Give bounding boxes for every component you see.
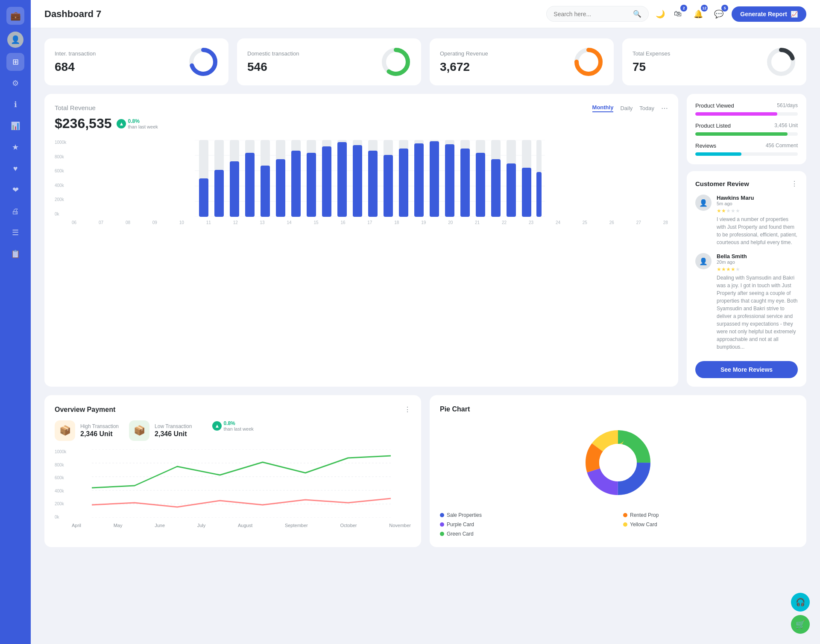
review-time-1: 20m ago [717,259,798,265]
svg-rect-19 [230,161,239,217]
pie-chart-wrapper: Sale Properties Rented Prop Purple Card [440,420,796,537]
svg-rect-33 [337,142,347,217]
metrics-card: Product Viewed 561/days Product Listed 3… [687,94,806,164]
stat-cards-row: Inter. transaction 684 Domestic transact… [44,38,806,85]
pie-title: Pie Chart [440,405,796,413]
sidebar-avatar[interactable]: 👤 [7,32,23,48]
sidebar-item-info[interactable]: ℹ [6,96,24,114]
sidebar-item-favorite[interactable]: ❤ [6,181,24,199]
more-options-icon[interactable]: ⋯ [661,104,668,112]
stat-value-0: 684 [55,60,96,74]
donut-3 [766,47,796,77]
svg-rect-35 [353,145,362,217]
sidebar-item-star[interactable]: ★ [6,138,24,156]
bell-button[interactable]: 🔔 12 [691,6,706,22]
tab-daily[interactable]: Daily [620,105,633,111]
cart-badge: 2 [680,5,687,12]
stat-value-2: 3,672 [440,60,488,74]
stat-label-0: Inter. transaction [55,50,96,57]
review-text-0: I viewed a number of properties with Jus… [717,216,798,246]
payment-change-pct: 0.8% [223,420,253,426]
see-more-reviews-button[interactable]: See More Reviews [695,361,798,378]
legend-dot-purple [440,522,444,527]
review-time-0: 5m ago [717,201,798,206]
legend-label-rented: Rented Prop [630,512,659,518]
cart-button[interactable]: 🛍 2 [670,6,685,22]
sidebar-logo[interactable]: 💼 [6,7,24,25]
high-transaction-value: 2,346 Unit [80,430,119,438]
svg-rect-23 [261,166,270,217]
payment-stats: 📦 High Transaction 2,346 Unit 📦 Low Tran… [55,420,411,441]
tab-monthly[interactable]: Monthly [592,104,614,112]
sidebar-item-dashboard[interactable]: ⊞ [6,53,24,71]
svg-rect-25 [276,159,285,217]
review-avatar-0: 👤 [695,195,712,211]
svg-rect-55 [507,163,516,217]
sidebar-item-heart[interactable]: ♥ [6,160,24,178]
cart-float-button[interactable]: 🛒 [791,615,810,634]
progress-fill-2 [695,152,741,156]
tab-today[interactable]: Today [639,105,654,111]
sidebar-item-print[interactable]: 🖨 [6,202,24,220]
bell-badge: 12 [701,5,708,12]
legend-dot-sale [440,513,444,517]
svg-rect-43 [414,143,424,217]
payment-stat-high: 📦 High Transaction 2,346 Unit [55,420,119,441]
search-box[interactable]: 🔍 [546,6,649,22]
payment-change: ▲ 0.8% than last week [212,420,253,431]
review-avatar-1: 👤 [695,253,712,269]
low-transaction-label: Low Transaction [155,423,192,429]
pie-chart-card: Pie Chart [430,395,806,547]
svg-rect-29 [307,153,316,217]
donut-2 [574,47,603,77]
payment-change-arrow: ▲ [212,421,222,431]
sidebar: 💼 👤 ⊞ ⚙ ℹ 📊 ★ ♥ ❤ 🖨 ☰ 📋 [0,0,31,644]
sidebar-item-list[interactable]: ☰ [6,224,24,242]
review-name-1: Bella Smith [717,253,798,259]
metric-val-2: 456 Comment [766,143,798,149]
chat-button[interactable]: 💬 5 [711,6,726,22]
reviews-more-icon[interactable]: ⋮ [791,180,798,188]
stat-card-domestic-transaction: Domestic transaction 546 [237,38,421,85]
legend-yellow-card: Yellow Card [623,522,796,527]
donut-0 [188,47,218,77]
header: Dashboard 7 🔍 🌙 🛍 2 🔔 12 💬 5 Generate Re… [31,0,820,28]
sidebar-item-chart[interactable]: 📊 [6,117,24,135]
middle-row: Total Revenue Monthly Daily Today ⋯ $236… [44,94,806,387]
stat-value-1: 546 [247,60,299,74]
payment-card: Overview Payment ⋮ 📦 High Transaction 2,… [44,395,421,547]
metric-item-0: Product Viewed 561/days [695,102,798,116]
x-axis-labels: 0607080910 1112131415 1617181920 2122232… [72,220,668,225]
payment-stat-low: 📦 Low Transaction 2,346 Unit [129,420,192,441]
high-transaction-icon: 📦 [55,420,75,441]
metric-val-1: 3,456 Unit [774,122,798,129]
support-float-button[interactable]: 🎧 [791,593,810,612]
payment-x-labels: April May June July August September Oct… [72,523,411,528]
search-input[interactable] [554,11,630,17]
revenue-value: $236,535 [55,116,111,131]
low-transaction-value: 2,346 Unit [155,430,192,438]
stat-value-3: 75 [633,60,670,74]
right-panel: Product Viewed 561/days Product Listed 3… [687,94,806,387]
reviews-title: Customer Review [695,180,749,187]
y-axis-labels: 1000k 800k 600k 400k 200k 0k [55,140,66,216]
legend-label-yellow: Yellow Card [630,522,657,527]
generate-report-button[interactable]: Generate Report 📈 [732,6,806,22]
revenue-tabs: Monthly Daily Today ⋯ [592,104,668,112]
change-label: than last week [128,124,158,129]
sidebar-item-settings[interactable]: ⚙ [6,74,24,92]
legend-dot-rented [623,513,627,517]
metric-name-2: Reviews [695,143,716,149]
svg-rect-45 [430,141,439,217]
theme-toggle[interactable]: 🌙 [656,9,665,19]
metric-val-0: 561/days [777,102,798,109]
revenue-amount: $236,535 ▲ 0.8% than last week [55,116,668,131]
svg-rect-47 [445,144,454,217]
review-stars-0: ★★★★★ [717,208,798,214]
stat-label-3: Total Expenses [633,50,670,57]
sidebar-item-doc[interactable]: 📋 [6,245,24,263]
legend-label-green: Green Card [447,531,474,537]
bottom-row: Overview Payment ⋮ 📦 High Transaction 2,… [44,395,806,547]
payment-more-icon[interactable]: ⋮ [404,405,411,414]
svg-rect-41 [399,149,408,217]
